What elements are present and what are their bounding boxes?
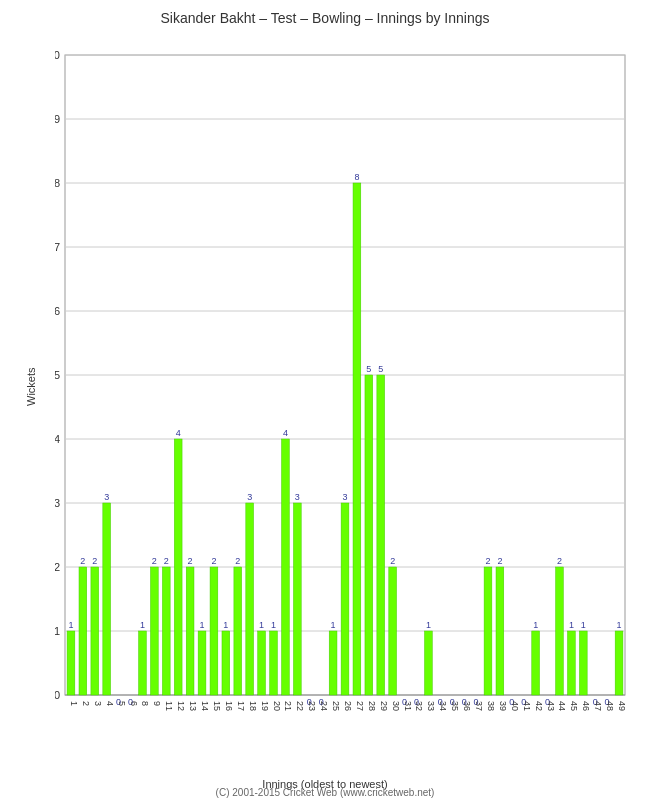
svg-text:10: 10 <box>55 49 60 61</box>
svg-text:47: 47 <box>593 701 603 711</box>
svg-text:11: 11 <box>164 701 174 711</box>
svg-text:2: 2 <box>164 556 169 566</box>
svg-text:43: 43 <box>546 701 556 711</box>
svg-text:9: 9 <box>55 113 60 125</box>
svg-rect-69 <box>365 375 373 695</box>
svg-rect-53 <box>258 631 266 695</box>
svg-text:36: 36 <box>462 701 472 711</box>
chart-container: Sikander Bakht – Test – Bowling – Inning… <box>0 0 650 800</box>
svg-text:42: 42 <box>534 701 544 711</box>
svg-text:3: 3 <box>104 492 109 502</box>
svg-rect-89 <box>532 631 540 695</box>
svg-text:1: 1 <box>617 620 622 630</box>
svg-text:0: 0 <box>55 689 60 701</box>
svg-text:41: 41 <box>522 701 532 711</box>
svg-text:24: 24 <box>319 701 329 711</box>
svg-text:4: 4 <box>283 428 288 438</box>
chart-title: Sikander Bakht – Test – Bowling – Inning… <box>0 0 650 31</box>
svg-rect-35 <box>150 567 158 695</box>
svg-text:2: 2 <box>188 556 193 566</box>
y-axis-label: Wickets <box>25 368 37 407</box>
svg-text:6: 6 <box>129 701 139 706</box>
svg-rect-57 <box>282 439 290 695</box>
svg-rect-63 <box>329 631 337 695</box>
svg-text:28: 28 <box>367 701 377 711</box>
svg-text:16: 16 <box>224 701 234 711</box>
svg-text:20: 20 <box>272 701 282 711</box>
svg-text:3: 3 <box>93 701 103 706</box>
svg-text:1: 1 <box>223 620 228 630</box>
svg-text:5: 5 <box>366 364 371 374</box>
svg-text:2: 2 <box>390 556 395 566</box>
svg-text:21: 21 <box>283 701 293 711</box>
svg-rect-73 <box>389 567 397 695</box>
svg-text:1: 1 <box>259 620 264 630</box>
svg-text:3: 3 <box>55 497 60 509</box>
svg-text:17: 17 <box>236 701 246 711</box>
svg-rect-100 <box>615 631 623 695</box>
svg-text:2: 2 <box>211 556 216 566</box>
svg-text:1: 1 <box>569 620 574 630</box>
svg-text:1: 1 <box>69 701 79 706</box>
svg-text:8: 8 <box>140 701 150 706</box>
svg-rect-39 <box>174 439 182 695</box>
svg-text:12: 12 <box>176 701 186 711</box>
svg-text:49: 49 <box>617 701 627 711</box>
svg-rect-29 <box>103 503 111 695</box>
svg-text:1: 1 <box>331 620 336 630</box>
svg-text:13: 13 <box>188 701 198 711</box>
svg-text:34: 34 <box>438 701 448 711</box>
svg-text:45: 45 <box>569 701 579 711</box>
svg-text:9: 9 <box>152 701 162 706</box>
svg-rect-41 <box>186 567 194 695</box>
svg-text:8: 8 <box>55 177 60 189</box>
svg-text:1: 1 <box>426 620 431 630</box>
svg-rect-59 <box>293 503 301 695</box>
svg-text:2: 2 <box>55 561 60 573</box>
svg-text:31: 31 <box>403 701 413 711</box>
svg-text:2: 2 <box>235 556 240 566</box>
svg-rect-55 <box>270 631 278 695</box>
svg-text:40: 40 <box>510 701 520 711</box>
svg-text:39: 39 <box>498 701 508 711</box>
svg-text:7: 7 <box>55 241 60 253</box>
svg-text:8: 8 <box>354 172 359 182</box>
svg-text:5: 5 <box>55 369 60 381</box>
svg-rect-71 <box>377 375 385 695</box>
svg-text:48: 48 <box>605 701 615 711</box>
svg-rect-94 <box>568 631 576 695</box>
svg-text:30: 30 <box>391 701 401 711</box>
svg-rect-27 <box>91 567 99 695</box>
svg-text:1: 1 <box>68 620 73 630</box>
svg-rect-83 <box>484 567 492 695</box>
copyright-text: (C) 2001-2015 Cricket Web (www.cricketwe… <box>216 787 435 798</box>
svg-text:22: 22 <box>295 701 305 711</box>
svg-text:2: 2 <box>80 556 85 566</box>
svg-text:2: 2 <box>557 556 562 566</box>
svg-text:1: 1 <box>140 620 145 630</box>
svg-text:15: 15 <box>212 701 222 711</box>
svg-text:1: 1 <box>200 620 205 630</box>
svg-text:1: 1 <box>533 620 538 630</box>
svg-rect-96 <box>579 631 587 695</box>
svg-rect-45 <box>210 567 218 695</box>
svg-rect-65 <box>341 503 349 695</box>
svg-text:14: 14 <box>200 701 210 711</box>
svg-text:18: 18 <box>248 701 258 711</box>
svg-text:5: 5 <box>378 364 383 374</box>
svg-text:26: 26 <box>343 701 353 711</box>
svg-text:35: 35 <box>450 701 460 711</box>
svg-text:23: 23 <box>307 701 317 711</box>
svg-text:4: 4 <box>105 701 115 706</box>
svg-rect-92 <box>556 567 564 695</box>
svg-text:32: 32 <box>414 701 424 711</box>
svg-text:4: 4 <box>55 433 60 445</box>
svg-text:2: 2 <box>497 556 502 566</box>
svg-rect-37 <box>162 567 170 695</box>
svg-text:37: 37 <box>474 701 484 711</box>
svg-text:2: 2 <box>92 556 97 566</box>
svg-rect-85 <box>496 567 504 695</box>
svg-rect-67 <box>353 183 361 695</box>
svg-text:27: 27 <box>355 701 365 711</box>
svg-text:38: 38 <box>486 701 496 711</box>
